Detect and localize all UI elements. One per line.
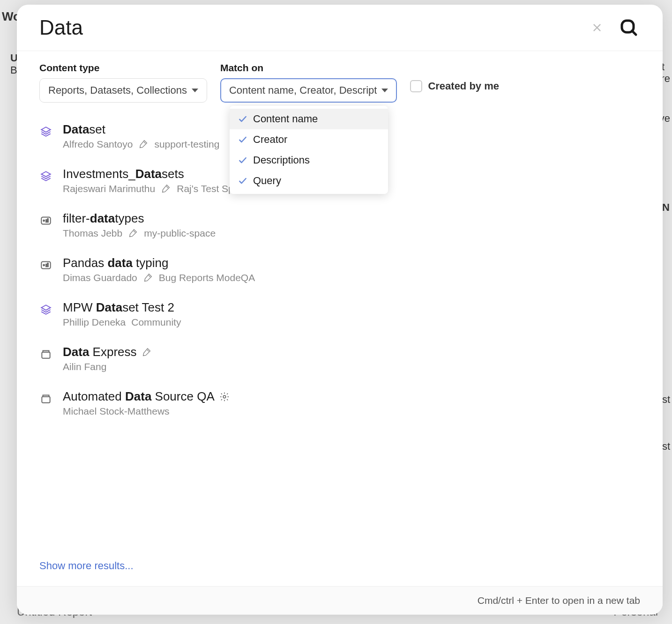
created-by-me-label: Created by me [428, 80, 499, 92]
svg-point-5 [43, 220, 45, 222]
result-author: Michael Stock-Matthews [63, 406, 170, 417]
search-result[interactable]: Pandas data typingDimas GuardadoBug Repo… [39, 247, 640, 292]
result-meta: Phillip DenekaCommunity [63, 317, 640, 328]
check-icon [238, 156, 247, 165]
match-on-label: Match on [220, 62, 397, 74]
footer-hint: Cmd/ctrl + Enter to open in a new tab [17, 586, 663, 615]
result-meta: Thomas Jebbmy-public-space [63, 228, 640, 239]
svg-rect-11 [47, 263, 48, 267]
search-result[interactable]: Data ExpressAilin Fang [39, 336, 640, 381]
svg-rect-10 [46, 264, 47, 267]
result-meta: Dimas GuardadoBug Reports ModeQA [63, 272, 640, 283]
show-more-link[interactable]: Show more results... [39, 560, 134, 572]
check-icon [238, 135, 247, 144]
match-on-option[interactable]: Content name [230, 109, 388, 129]
space-icon [128, 228, 138, 238]
result-meta: Ailin Fang [63, 361, 640, 372]
chevron-down-icon [381, 89, 388, 92]
dataset-icon [39, 125, 52, 138]
result-title: Automated Data Source QA [63, 389, 640, 404]
result-title: Pandas data typing [63, 256, 640, 270]
option-label: Content name [253, 113, 318, 125]
search-icon[interactable] [618, 16, 640, 39]
content-type-filter: Content type Reports, Datasets, Collecti… [39, 62, 207, 103]
match-on-dropdown[interactable]: Content name, Creator, Descript [220, 78, 397, 103]
created-by-me-checkbox[interactable] [410, 80, 422, 92]
collection-icon [39, 392, 52, 405]
result-author: Rajeswari Marimuthu [63, 183, 155, 194]
content-type-dropdown[interactable]: Reports, Datasets, Collections [39, 78, 207, 103]
space-icon [142, 347, 152, 357]
svg-rect-6 [46, 220, 47, 222]
space-icon [161, 184, 171, 194]
check-icon [238, 114, 247, 124]
option-label: Descriptions [253, 154, 310, 166]
search-header [17, 5, 663, 51]
collection-icon [39, 348, 52, 361]
report-icon [39, 259, 52, 272]
chevron-down-icon [192, 89, 198, 92]
result-author: Dimas Guardado [63, 272, 137, 283]
dataset-icon [39, 303, 52, 316]
svg-point-9 [43, 265, 45, 266]
match-on-option[interactable]: Query [230, 171, 388, 191]
result-space: support-testing [154, 139, 219, 150]
space-icon [143, 273, 153, 283]
dataset-icon [39, 170, 52, 183]
svg-rect-7 [47, 219, 48, 223]
match-on-option[interactable]: Descriptions [230, 150, 388, 171]
result-title: MPW Dataset Test 2 [63, 300, 640, 315]
match-on-menu: Content nameCreatorDescriptionsQuery [230, 106, 388, 194]
result-author: Alfredo Santoyo [63, 139, 133, 150]
close-icon[interactable] [588, 18, 606, 37]
result-author: Ailin Fang [63, 361, 106, 372]
result-author: Thomas Jebb [63, 228, 122, 239]
gear-icon [219, 392, 230, 402]
result-space: my-public-space [144, 228, 216, 239]
result-space: Community [131, 317, 181, 328]
result-space: Bug Reports ModeQA [159, 272, 255, 283]
result-meta: Michael Stock-Matthews [63, 406, 640, 417]
result-author: Phillip Deneka [63, 317, 126, 328]
show-more: Show more results... [17, 550, 663, 586]
search-result[interactable]: MPW Dataset Test 2Phillip DenekaCommunit… [39, 292, 640, 336]
result-title: filter-datatypes [63, 211, 640, 226]
option-label: Creator [253, 134, 287, 146]
check-icon [238, 176, 247, 186]
svg-line-3 [632, 31, 636, 35]
search-input[interactable] [39, 16, 588, 39]
filters-row: Content type Reports, Datasets, Collecti… [17, 51, 663, 110]
search-result[interactable]: filter-datatypesThomas Jebbmy-public-spa… [39, 203, 640, 247]
created-by-me-filter: Created by me [410, 80, 499, 92]
option-label: Query [253, 175, 281, 187]
content-type-label: Content type [39, 62, 207, 74]
svg-rect-13 [42, 397, 50, 403]
match-on-filter: Match on Content name, Creator, Descript [220, 62, 397, 103]
svg-rect-12 [42, 352, 50, 358]
match-on-option[interactable]: Creator [230, 129, 388, 150]
search-modal: Content type Reports, Datasets, Collecti… [17, 5, 663, 615]
search-result[interactable]: Automated Data Source QAMichael Stock-Ma… [39, 381, 640, 425]
result-title: Data Express [63, 345, 640, 359]
space-icon [138, 139, 149, 149]
report-icon [39, 214, 52, 227]
svg-point-14 [223, 395, 226, 398]
